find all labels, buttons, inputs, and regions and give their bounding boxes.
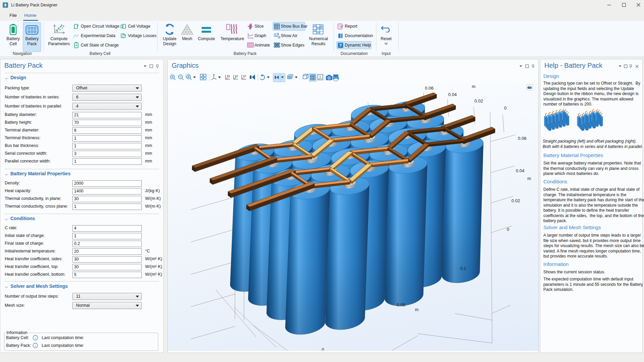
svg-text:0.06: 0.06 [518,136,526,141]
svg-text:m: m [528,176,531,181]
svg-text:xy: xy [227,74,230,78]
svg-text:?: ? [339,43,342,48]
svg-text:0.02: 0.02 [474,98,483,103]
svg-text:0.1: 0.1 [460,266,466,271]
svg-text:xz: xz [243,74,246,78]
svg-text:i: i [35,336,36,340]
svg-text:0: 0 [504,105,506,111]
svg-text:m: m [415,307,419,312]
svg-text:0.06: 0.06 [425,86,433,91]
svg-text:0.04: 0.04 [448,92,456,97]
svg-text:m: m [472,84,476,89]
svg-text:0: 0 [321,347,324,351]
svg-text:0: 0 [507,227,509,232]
svg-text:yz: yz [235,74,238,78]
svg-text:0.02: 0.02 [511,198,520,203]
svg-text:0.05: 0.05 [397,302,405,307]
svg-text:i: i [35,344,36,348]
svg-text:0.04: 0.04 [516,168,524,173]
